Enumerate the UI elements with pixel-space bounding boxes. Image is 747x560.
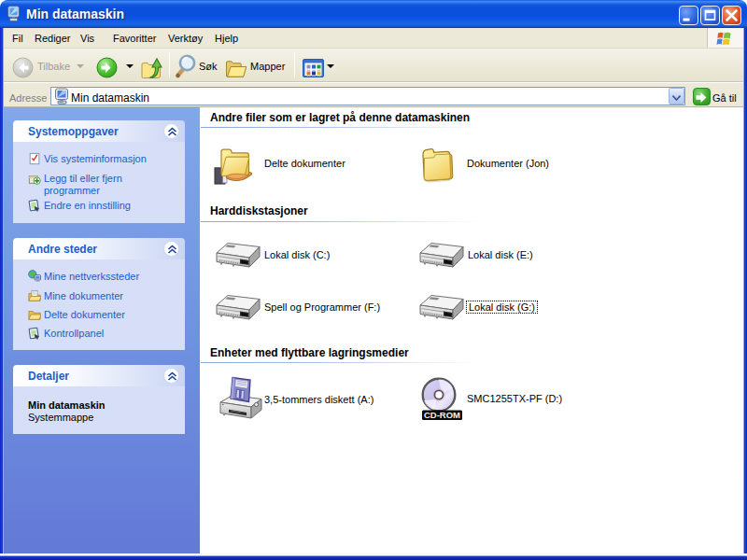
svg-text:CD-ROM: CD-ROM (424, 410, 460, 420)
